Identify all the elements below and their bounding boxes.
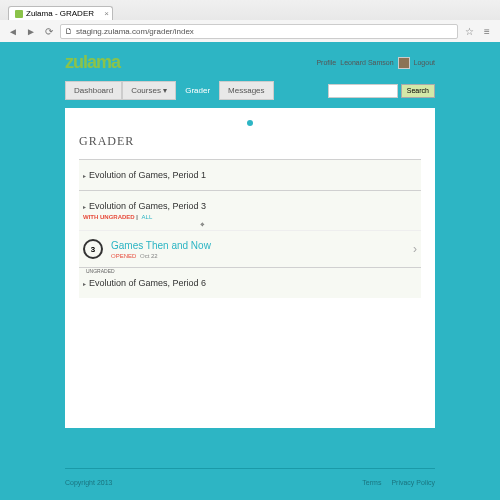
logo[interactable]: zulama xyxy=(65,52,120,73)
assignment-title[interactable]: Games Then and Now xyxy=(111,240,211,251)
section-title-text: Evolution of Games, Period 1 xyxy=(89,170,206,180)
browser-tab[interactable]: Zulama - GRADER × xyxy=(8,6,113,20)
caret-right-icon: ▸ xyxy=(83,280,86,287)
close-icon[interactable]: × xyxy=(104,9,109,18)
menu-icon[interactable]: ≡ xyxy=(480,24,494,38)
section-filters: WITH UNGRADED | ALL xyxy=(83,214,417,220)
user-area: Profile Leonard Samson Logout xyxy=(316,57,435,69)
footer-link-terms[interactable]: Terms xyxy=(362,479,381,486)
page-title: GRADER xyxy=(79,134,421,149)
page-body: zulama Profile Leonard Samson Logout Das… xyxy=(0,42,500,500)
user-name[interactable]: Leonard Samson xyxy=(340,59,393,66)
tab-bar: Zulama - GRADER × xyxy=(0,0,500,20)
caret-right-icon: ▸ xyxy=(83,172,86,179)
favicon-icon xyxy=(15,10,23,18)
avatar[interactable] xyxy=(398,57,410,69)
footer: Copyright 2013 Terms Privacy Policy xyxy=(65,468,435,496)
cursor-icon: ⌖ xyxy=(200,220,205,230)
course-section[interactable]: ▸ Evolution of Games, Period 6 xyxy=(79,267,421,298)
search-button[interactable]: Search xyxy=(401,84,435,98)
url-text: staging.zulama.com/grader/index xyxy=(76,27,194,36)
caret-right-icon: ▸ xyxy=(83,203,86,210)
opened-label: OPENED xyxy=(111,253,136,259)
logout-link[interactable]: Logout xyxy=(414,59,435,66)
indicator-dot-icon xyxy=(247,120,253,126)
ungraded-count-badge: 3 xyxy=(83,239,103,259)
header-row: zulama Profile Leonard Samson Logout xyxy=(65,48,435,77)
nav-tabs: Dashboard Courses ▾ Grader Messages xyxy=(65,81,274,100)
section-title-text: Evolution of Games, Period 6 xyxy=(89,278,206,288)
tab-title: Zulama - GRADER xyxy=(26,9,94,18)
footer-link-privacy[interactable]: Privacy Policy xyxy=(391,479,435,486)
tab-grader[interactable]: Grader xyxy=(176,81,219,100)
address-bar: ◄ ► ⟳ 🗋 staging.zulama.com/grader/index … xyxy=(0,20,500,42)
course-section[interactable]: ▸ Evolution of Games, Period 1 xyxy=(79,159,421,190)
filter-all[interactable]: ALL xyxy=(142,214,153,220)
back-icon[interactable]: ◄ xyxy=(6,24,20,38)
reload-icon[interactable]: ⟳ xyxy=(42,24,56,38)
bookmark-icon[interactable]: ☆ xyxy=(462,24,476,38)
search-area: Search xyxy=(328,84,435,98)
course-section[interactable]: ▸ Evolution of Games, Period 3 WITH UNGR… xyxy=(79,190,421,230)
copyright: Copyright 2013 xyxy=(65,479,112,486)
tab-courses[interactable]: Courses ▾ xyxy=(122,81,176,100)
search-input[interactable] xyxy=(328,84,398,98)
filter-ungraded[interactable]: WITH UNGRADED xyxy=(83,214,135,220)
chevron-right-icon[interactable]: › xyxy=(413,242,417,256)
assignment-row[interactable]: 3 UNGRADED Games Then and Now OPENED Oct… xyxy=(79,230,421,267)
main-card: GRADER ▸ Evolution of Games, Period 1 ▸ … xyxy=(65,108,435,428)
profile-link[interactable]: Profile xyxy=(316,59,336,66)
nav-row: Dashboard Courses ▾ Grader Messages Sear… xyxy=(65,81,435,100)
tab-dashboard[interactable]: Dashboard xyxy=(65,81,122,100)
badge-count: 3 xyxy=(91,245,95,254)
badge-label: UNGRADED xyxy=(86,268,115,274)
browser-chrome: Zulama - GRADER × ◄ ► ⟳ 🗋 staging.zulama… xyxy=(0,0,500,42)
forward-icon[interactable]: ► xyxy=(24,24,38,38)
url-field[interactable]: 🗋 staging.zulama.com/grader/index xyxy=(60,24,458,39)
tab-messages[interactable]: Messages xyxy=(219,81,273,100)
section-title-text: Evolution of Games, Period 3 xyxy=(89,201,206,211)
opened-date: Oct 22 xyxy=(140,253,158,259)
page-icon: 🗋 xyxy=(65,27,73,36)
